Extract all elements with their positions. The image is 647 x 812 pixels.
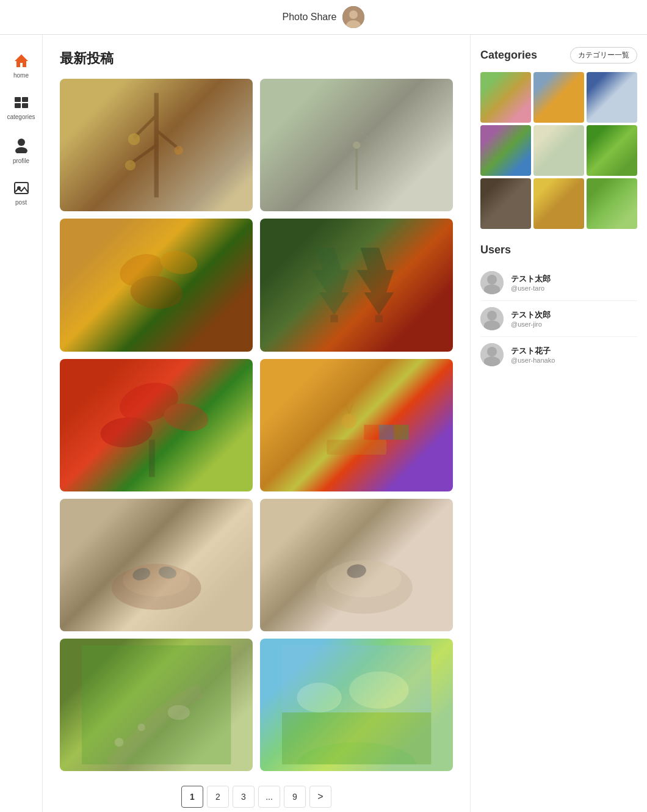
svg-rect-33: [327, 440, 386, 455]
svg-point-45: [327, 560, 401, 597]
svg-point-9: [15, 147, 27, 153]
sidebar-item-profile[interactable]: profile: [0, 131, 42, 170]
avatar-head: [487, 311, 497, 321]
photo-6[interactable]: [260, 359, 453, 491]
pagination: 1 2 3 ... 9 >: [60, 786, 453, 808]
avatar-body: [484, 321, 500, 330]
user-item-jiro[interactable]: テスト次郎 @user-jiro: [480, 301, 637, 337]
sidebar-item-post[interactable]: post: [0, 175, 42, 212]
site-title: Photo Share: [283, 12, 337, 23]
svg-rect-6: [15, 103, 21, 108]
photo-1[interactable]: [60, 79, 253, 211]
svg-line-38: [345, 404, 349, 414]
page-btn-1[interactable]: 1: [181, 786, 203, 808]
svg-rect-32: [149, 440, 155, 477]
svg-point-54: [349, 672, 409, 709]
photo-10[interactable]: [260, 639, 453, 771]
sidebar-home-label: home: [13, 72, 29, 79]
photo-9-overlay: [70, 645, 243, 765]
svg-point-23: [158, 248, 199, 277]
page-btn-2[interactable]: 2: [207, 786, 229, 808]
sidebar-post-label: post: [15, 199, 27, 206]
photo-3-overlay: [70, 225, 243, 345]
photo-8-overlay: [270, 506, 443, 625]
user-name-taro: テスト太郎: [511, 274, 551, 285]
svg-rect-4: [15, 97, 21, 102]
photo-8[interactable]: [260, 499, 453, 631]
category-cell-9[interactable]: [587, 178, 637, 229]
sidebar-item-home[interactable]: home: [0, 47, 42, 85]
svg-point-1: [349, 10, 358, 19]
photo-1-overlay: [70, 85, 243, 205]
svg-line-39: [349, 404, 353, 414]
user-info-hanako: テスト花子 @user-hanako: [511, 346, 555, 364]
users-section: Users テスト太郎 @user-taro: [480, 244, 637, 372]
sidebar-item-categories[interactable]: categories: [0, 90, 42, 126]
category-cell-3[interactable]: [587, 72, 637, 123]
svg-rect-36: [394, 425, 408, 440]
header: Photo Share: [0, 0, 647, 35]
user-handle-hanako: @user-hanako: [511, 357, 555, 364]
svg-rect-10: [15, 183, 28, 194]
main-content: 最新投稿: [43, 35, 470, 812]
photo-7[interactable]: [60, 499, 253, 631]
svg-point-41: [123, 564, 190, 596]
page-btn-ellipsis: ...: [258, 786, 280, 808]
svg-point-49: [137, 723, 145, 731]
avatar-head: [487, 275, 497, 285]
header-avatar[interactable]: [342, 6, 364, 28]
svg-line-14: [156, 130, 179, 149]
users-title: Users: [480, 244, 637, 256]
avatar-body: [484, 285, 500, 294]
page-btn-3[interactable]: 3: [233, 786, 255, 808]
category-cell-1[interactable]: [480, 72, 531, 123]
svg-point-16: [128, 133, 140, 145]
category-mosaic: [480, 72, 637, 229]
app-layout: home categories profile: [0, 35, 647, 812]
avatar-head: [487, 347, 497, 357]
photo-grid: [60, 79, 453, 771]
photo-9[interactable]: [60, 639, 253, 771]
user-item-taro[interactable]: テスト太郎 @user-taro: [480, 265, 637, 301]
user-info-jiro: テスト次郎 @user-jiro: [511, 310, 551, 328]
page-btn-next[interactable]: >: [309, 786, 331, 808]
avatar-icon: [342, 6, 364, 28]
photo-3[interactable]: [60, 219, 253, 351]
svg-rect-34: [364, 425, 378, 440]
svg-rect-5: [22, 97, 28, 102]
avatar-body: [484, 357, 500, 366]
svg-rect-7: [22, 103, 28, 108]
sidebar-profile-label: profile: [13, 158, 29, 164]
photo-2[interactable]: [260, 79, 453, 211]
svg-point-53: [297, 683, 341, 712]
category-cell-4[interactable]: [480, 125, 531, 176]
category-cell-7[interactable]: [480, 178, 531, 229]
photo-2-overlay: [270, 85, 443, 205]
profile-icon: [14, 137, 29, 156]
user-avatar-jiro: [480, 307, 504, 330]
user-item-hanako[interactable]: テスト花子 @user-hanako: [480, 337, 637, 372]
home-icon: [13, 53, 29, 71]
photo-4[interactable]: [260, 219, 453, 351]
page-btn-9[interactable]: 9: [284, 786, 306, 808]
svg-rect-27: [330, 315, 338, 322]
page-title: 最新投稿: [60, 49, 453, 68]
right-sidebar: Categories カテゴリー一覧 Users: [470, 35, 647, 812]
category-cell-5[interactable]: [533, 125, 584, 176]
svg-marker-26: [356, 248, 394, 315]
categories-all-button[interactable]: カテゴリー一覧: [570, 47, 637, 63]
svg-rect-47: [82, 645, 231, 765]
category-cell-6[interactable]: [587, 125, 637, 176]
photo-4-overlay: [270, 225, 443, 345]
svg-point-37: [342, 414, 356, 429]
user-name-hanako: テスト花子: [511, 346, 555, 357]
photo-10-overlay: [270, 645, 443, 765]
category-cell-2[interactable]: [533, 72, 584, 123]
user-avatar-inner-taro: [480, 271, 504, 294]
category-cell-8[interactable]: [533, 178, 584, 229]
svg-point-21: [353, 142, 360, 149]
categories-header: Categories カテゴリー一覧: [480, 47, 637, 63]
svg-rect-35: [379, 425, 394, 440]
user-avatar-inner-jiro: [480, 307, 504, 330]
photo-5[interactable]: [60, 359, 253, 491]
